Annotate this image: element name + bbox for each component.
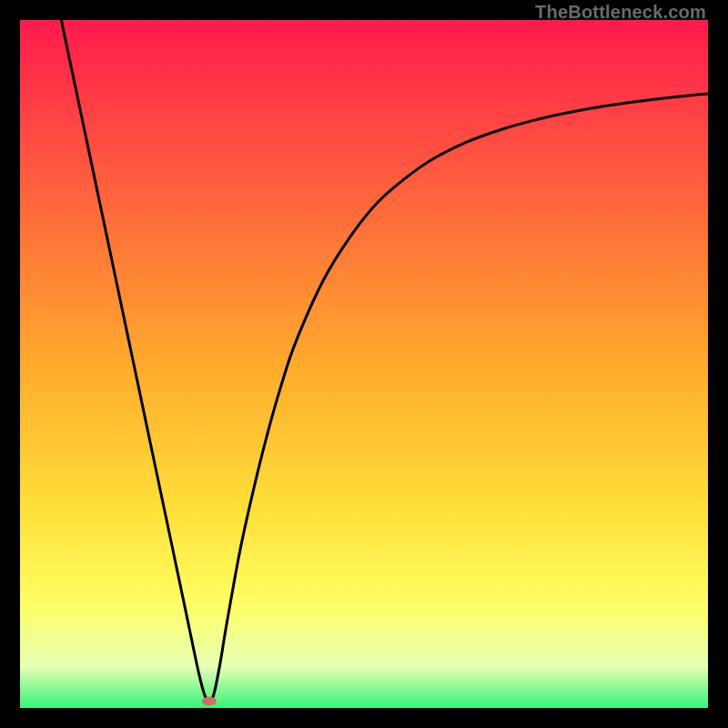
plot-frame: [20, 20, 708, 708]
gradient-background: [20, 20, 708, 708]
watermark-text: TheBottleneck.com: [535, 2, 706, 23]
bottleneck-chart: [20, 20, 708, 708]
optimal-point-marker: [202, 696, 217, 705]
